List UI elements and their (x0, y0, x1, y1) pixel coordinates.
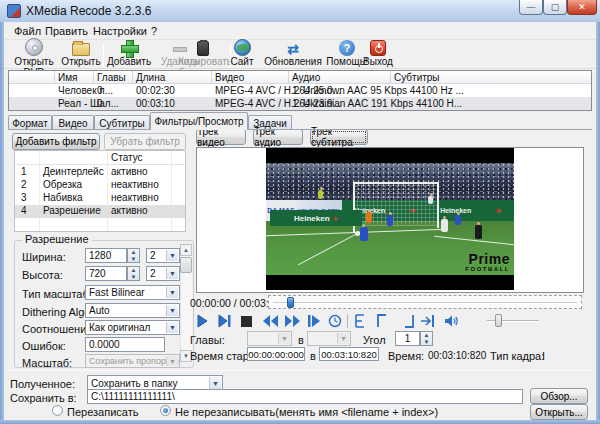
goal-post (437, 182, 439, 228)
rewind-button[interactable] (262, 313, 279, 329)
filter-table[interactable]: Статус 1 Деинтерлейс активно 2 Обрезка н… (14, 150, 186, 232)
player-white (441, 219, 448, 232)
file-list[interactable]: Имя Главы Длина Видео Аудио Субтитры Чел… (8, 70, 592, 111)
minimize-button[interactable]: — (519, 0, 543, 15)
maximize-button[interactable]: ▢ (543, 0, 567, 15)
between-label: в (298, 334, 304, 346)
goto-start-mark-button[interactable] (352, 313, 369, 329)
resolution-group-title: Разрешение (22, 233, 92, 245)
angle-stepper[interactable]: ▲▼ (420, 331, 433, 346)
fast-forward-button[interactable] (284, 313, 301, 329)
overwrite-radio[interactable] (52, 405, 63, 416)
file-row[interactable]: Человек п... 0 00:02:30 MPEG-4 AVC / H.2… (9, 84, 591, 97)
scale-type-select[interactable]: Fast Bilinear▼ (85, 285, 180, 300)
menu-edit[interactable]: Править (41, 24, 92, 38)
next-frame-button[interactable] (216, 313, 233, 329)
open-button[interactable]: Открыть (60, 40, 102, 68)
start-time-input[interactable]: 00:00:00:000 (247, 347, 305, 361)
football (355, 231, 360, 236)
seek-thumb[interactable] (287, 297, 294, 308)
status-header: Статус (111, 152, 143, 163)
window-border-left (0, 22, 4, 420)
width-stepper[interactable]: ▲▼ (127, 248, 140, 263)
column-header-video[interactable]: Видео (215, 72, 244, 83)
error-input[interactable]: 0.0000 (85, 337, 165, 352)
no-overwrite-label: Не перезаписывать(менять имя <filename +… (175, 406, 438, 418)
add-button[interactable]: Добавить (105, 40, 153, 68)
height-stepper[interactable]: ▲▼ (127, 266, 140, 281)
file-row-selected[interactable]: Реал - Шал... 0 00:03:10 MPEG-4 AVC / H.… (9, 97, 591, 110)
section-divider (8, 370, 592, 371)
frame-type-value: I (542, 350, 545, 362)
updates-button[interactable]: ⇄ Обновления (262, 40, 324, 68)
chevron-down-icon: ▼ (278, 333, 290, 344)
chevron-down-icon: ▼ (166, 268, 178, 279)
tab-video[interactable]: Видео (52, 115, 94, 130)
no-overwrite-radio[interactable] (160, 405, 171, 416)
filter-row[interactable]: 1 Деинтерлейс активно (15, 166, 185, 179)
add-filter-button[interactable]: Добавить фильтр (12, 133, 100, 150)
open-output-button[interactable]: Открыть... (530, 404, 588, 420)
output-mode-label: Полученное: (10, 378, 75, 390)
subtitle-track-button[interactable]: Трек субтитра (310, 129, 368, 145)
column-header-subtitles[interactable]: Субтитры (394, 72, 440, 83)
end-time-input[interactable]: 00:03:10:820 (319, 347, 379, 361)
height-input[interactable]: 720 (85, 266, 127, 281)
menu-bar: Файл Править Настройки ? (4, 22, 596, 40)
menu-help[interactable]: ? (147, 24, 161, 38)
stretch-select: Сохранить пропорции▼ (85, 354, 180, 368)
seek-slider[interactable] (268, 295, 582, 309)
menu-file[interactable]: Файл (10, 24, 45, 38)
filter-row[interactable]: 2 Обрезка неактивно (15, 179, 185, 192)
width-step-select[interactable]: 2▼ (146, 248, 180, 263)
dithering-select[interactable]: Auto▼ (85, 303, 180, 318)
tab-format[interactable]: Формат (8, 115, 52, 130)
encode-button: Кодировать (178, 40, 228, 68)
column-header-audio[interactable]: Аудио (292, 72, 320, 83)
video-track-button[interactable]: Трек видео (196, 129, 246, 145)
height-step-select[interactable]: 2▼ (146, 266, 180, 281)
menu-settings[interactable]: Настройки (89, 24, 151, 38)
tab-filters-preview[interactable]: Фильтры/Просмотр (150, 112, 248, 130)
video-preview[interactable]: DA MAS UN SOLO SEN Heineken ★ Heineken ★… (266, 148, 514, 290)
referee (475, 225, 482, 239)
open-folder-icon (72, 43, 90, 56)
volume-thumb[interactable] (495, 314, 502, 327)
stop-button[interactable] (238, 313, 255, 329)
column-header-length[interactable]: Длина (136, 72, 165, 83)
tab-subtitles[interactable]: Субтитры (94, 115, 150, 130)
column-header-name[interactable]: Имя (58, 72, 77, 83)
chevron-down-icon: ▼ (166, 305, 178, 316)
scroll-up-icon[interactable]: ▲ (180, 244, 192, 256)
set-start-mark-button[interactable] (374, 313, 391, 329)
angle-label: Угол (363, 334, 386, 346)
between-label: в (310, 350, 316, 362)
play-button[interactable] (194, 313, 211, 329)
website-button[interactable]: Сайт (222, 40, 262, 68)
step-forward-button[interactable] (306, 313, 323, 329)
angle-input[interactable]: 1 (395, 331, 420, 346)
ratio-select[interactable]: Как оригинал▼ (85, 320, 180, 335)
mute-button[interactable] (443, 313, 460, 329)
filter-row[interactable]: 3 Набивка неактивно (15, 192, 185, 205)
save-path-input[interactable]: C:\11111111111111\ (87, 389, 523, 404)
column-header-chapters[interactable]: Главы (97, 72, 126, 83)
time-position-label: 00:00:00 / 00:03:10 (190, 297, 281, 309)
set-end-mark-button[interactable] (400, 313, 417, 329)
current-time-value: 00:03:10:820 (428, 350, 486, 361)
close-button[interactable]: ✕ (567, 0, 597, 15)
star-icon: ★ (333, 215, 338, 222)
audio-track-button[interactable]: Трек аудио (253, 129, 303, 145)
filter-row-selected[interactable]: 4 Разрешение активно (15, 205, 185, 218)
app-icon (7, 4, 21, 18)
exit-button[interactable]: Выход (356, 40, 400, 68)
file-list-header[interactable]: Имя Главы Длина Видео Аудио Субтитры (9, 71, 591, 84)
filter-table-header: Статус (15, 151, 185, 165)
timer-button[interactable] (327, 313, 344, 329)
goto-end-mark-button[interactable] (420, 313, 437, 329)
title-bar[interactable]: XMedia Recode 3.2.3.6 — ▢ ✕ (0, 0, 600, 22)
width-input[interactable]: 1280 (85, 248, 127, 263)
scrollbar-thumb[interactable] (180, 257, 192, 273)
browse-button[interactable]: Обзор... (530, 388, 588, 404)
open-dvd-button[interactable]: Открыть DVD (4, 40, 64, 68)
